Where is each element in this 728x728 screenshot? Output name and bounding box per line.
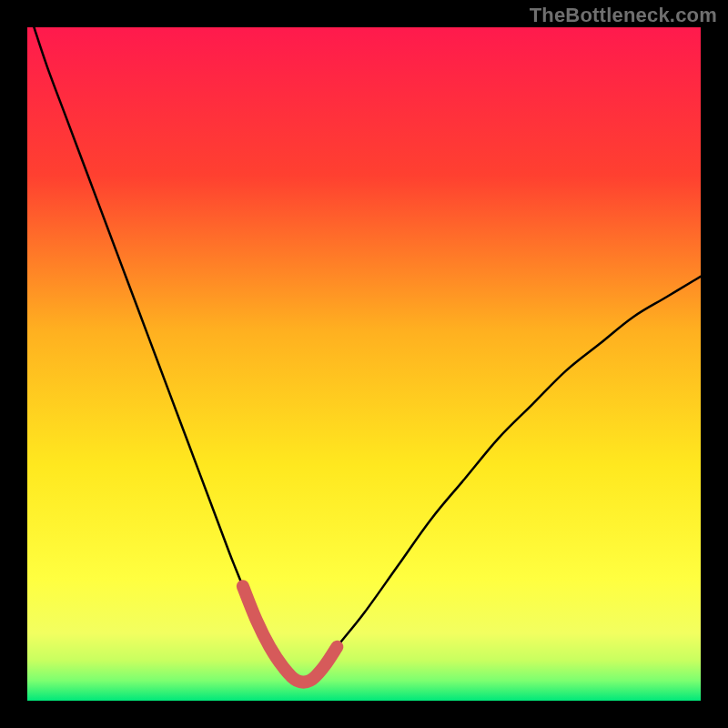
- gradient-background: [27, 27, 701, 701]
- watermark-text: TheBottleneck.com: [530, 4, 717, 27]
- bottleneck-chart: [27, 27, 701, 701]
- plot-area: [27, 27, 701, 701]
- chart-frame: TheBottleneck.com: [0, 0, 728, 728]
